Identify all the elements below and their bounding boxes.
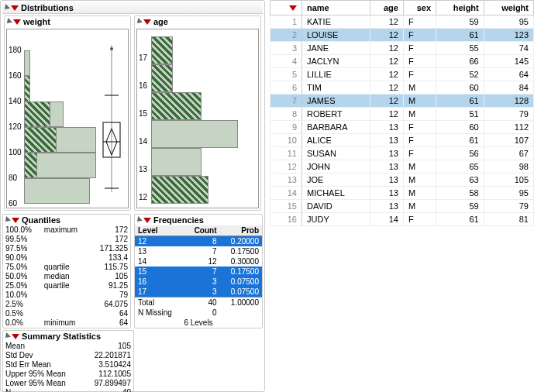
quantile-row: 99.5%172 [3, 235, 130, 244]
weight-histogram[interactable]: 60 80 100 120 140 160 180 [6, 29, 129, 208]
quantiles-header[interactable]: Quantiles [3, 215, 130, 225]
age-histogram[interactable]: 12 13 14 15 16 17 [136, 29, 259, 208]
hotspot-icon[interactable] [12, 218, 19, 223]
table-row[interactable]: 14MICHAEL13M5895 [270, 187, 534, 200]
table-row[interactable]: 3JANE12F5574 [270, 42, 534, 55]
weight-boxplot [98, 37, 125, 200]
quantiles-section: Quantiles 100.0%maximum17299.5%17297.5%1… [2, 214, 131, 328]
frequency-row[interactable]: 1630.07500 [135, 277, 262, 287]
hotspot-icon[interactable] [143, 218, 151, 223]
hotspot-icon[interactable] [11, 5, 19, 11]
table-row[interactable]: 10ALICE13F61107 [270, 134, 534, 147]
quantile-row: 0.5%64 [3, 309, 130, 318]
data-table-panel: name age sex height weight 1KATIE12F5995… [265, 0, 534, 392]
distributions-title: Distributions [21, 3, 74, 12]
table-row[interactable]: 15DAVID13M5979 [270, 200, 534, 213]
frequencies-table[interactable]: Level Count Prob 1280.200001370.17500141… [135, 225, 262, 328]
hotspot-icon[interactable] [12, 334, 19, 339]
quantile-row: 90.0%133.4 [3, 253, 130, 263]
frequency-row[interactable]: 1730.07500 [135, 287, 262, 297]
frequency-row[interactable]: 1570.17500 [135, 266, 262, 277]
quantile-row: 10.0%79 [3, 291, 130, 300]
table-row[interactable]: 1KATIE12F5995 [270, 15, 534, 29]
summary-row: Mean105 [3, 342, 133, 351]
frequency-row[interactable]: 14120.30000 [135, 256, 262, 266]
quantile-row: 75.0%quartile115.75 [3, 263, 130, 272]
quantile-row: 97.5%171.325 [3, 244, 130, 253]
quantile-row: 25.0%quartile91.25 [3, 281, 130, 291]
col-height[interactable]: height [436, 1, 484, 15]
hotspot-icon[interactable] [13, 19, 21, 25]
frequencies-header[interactable]: Frequencies [135, 215, 262, 225]
summary-title: Summary Statistics [22, 332, 101, 341]
table-row[interactable]: 13JOE13M63105 [270, 174, 534, 187]
summary-row: N40 [3, 388, 133, 392]
table-row[interactable]: 5LILLIE12F5264 [270, 68, 534, 81]
table-row[interactable]: 6TIM12M6084 [270, 81, 534, 95]
table-corner[interactable] [270, 1, 302, 15]
col-sex[interactable]: sex [403, 1, 436, 15]
summary-section: Summary Statistics Mean105Std Dev22.2018… [2, 330, 134, 392]
table-row[interactable]: 4JACLYN12F66145 [270, 55, 534, 68]
table-row[interactable]: 8ROBERT12M5179 [270, 108, 534, 121]
quantile-row: 100.0%maximum172 [3, 225, 130, 235]
weight-column: weight 60 80 100 120 140 160 180 [4, 15, 131, 211]
table-row[interactable]: 12JOHN13M6598 [270, 160, 534, 174]
quantile-row: 0.0%minimum64 [3, 318, 130, 328]
table-row[interactable]: 9BARBARA13F60112 [270, 121, 534, 134]
quantile-row: 2.5%64.075 [3, 300, 130, 309]
summary-row: Std Dev22.201871 [3, 351, 133, 360]
disclosure-icon [2, 4, 10, 12]
age-column: age 12 13 14 15 16 17 [134, 15, 261, 211]
age-header[interactable]: age [135, 16, 260, 27]
col-name[interactable]: name [302, 1, 370, 15]
weight-title: weight [23, 17, 50, 26]
weight-header[interactable]: weight [5, 16, 130, 27]
table-row[interactable]: 2LOUISE12F61123 [270, 29, 534, 42]
distributions-panel: Distributions weight 60 80 100 120 140 1… [0, 0, 265, 392]
table-row[interactable]: 7JAMES12M61128 [270, 95, 534, 108]
quantiles-table: 100.0%maximum17299.5%17297.5%171.32590.0… [3, 225, 130, 328]
summary-row: Std Err Mean3.510424 [3, 360, 133, 370]
col-weight[interactable]: weight [484, 1, 533, 15]
disclosure-icon [3, 216, 11, 224]
summary-header[interactable]: Summary Statistics [3, 331, 133, 342]
hotspot-icon[interactable] [143, 19, 151, 25]
quantiles-title: Quantiles [22, 215, 60, 225]
table-row[interactable]: 11SUSAN13F5667 [270, 147, 534, 160]
frequencies-section: Frequencies Level Count Prob 1280.200001… [134, 214, 263, 328]
summary-row: Lower 95% Mean97.899497 [3, 379, 133, 388]
summary-row: Upper 95% Mean112.1005 [3, 370, 133, 379]
frequency-row[interactable]: 1370.17500 [135, 246, 262, 256]
distributions-header[interactable]: Distributions [2, 2, 263, 14]
hotspot-icon[interactable] [289, 5, 297, 11]
frequency-row[interactable]: 1280.20000 [135, 236, 262, 247]
svg-point-6 [110, 47, 113, 50]
frequencies-title: Frequencies [153, 215, 204, 225]
col-age[interactable]: age [370, 1, 404, 15]
disclosure-icon [3, 332, 11, 340]
data-table[interactable]: name age sex height weight 1KATIE12F5995… [270, 0, 534, 226]
age-title: age [153, 17, 168, 26]
table-row[interactable]: 16JUDY14F6181 [270, 213, 534, 226]
quantile-row: 50.0%median105 [3, 272, 130, 281]
disclosure-icon [5, 18, 12, 26]
disclosure-icon [135, 216, 143, 224]
disclosure-icon [135, 18, 143, 26]
summary-table: Mean105Std Dev22.201871Std Err Mean3.510… [3, 342, 133, 392]
